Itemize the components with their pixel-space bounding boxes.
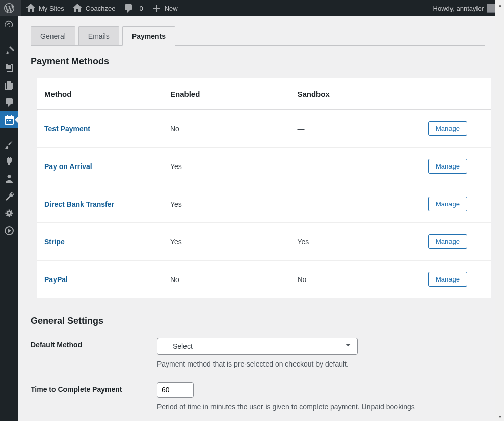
home-icon [72, 3, 83, 13]
menu-collapse[interactable] [0, 222, 18, 239]
enabled-cell: No [164, 110, 291, 148]
table-row: Test PaymentNo—Manage [37, 110, 491, 148]
calendar-icon [4, 115, 14, 125]
general-settings-title: General Settings [31, 316, 485, 326]
menu-users[interactable] [0, 170, 18, 187]
enabled-cell: Yes [164, 185, 291, 223]
user-icon [4, 174, 14, 184]
my-sites[interactable]: My Sites [21, 0, 68, 16]
scroll-down-arrow[interactable]: ▾ [495, 412, 504, 421]
menu-pages[interactable] [0, 76, 18, 94]
menu-tools[interactable] [0, 187, 18, 205]
content-area: GeneralEmailsPayments Payment Methods Me… [18, 16, 504, 421]
manage-button[interactable]: Manage [428, 234, 467, 249]
table-row: PayPalNoNoManage [37, 261, 491, 298]
payment-methods-table: Method Enabled Sandbox Test PaymentNo—Ma… [37, 78, 491, 298]
comment-icon [123, 3, 134, 13]
col-enabled-header: Enabled [164, 78, 291, 110]
home-icon [25, 3, 36, 13]
settings-tabs: GeneralEmailsPayments [31, 26, 485, 46]
col-sandbox-header: Sandbox [291, 78, 418, 110]
manage-button[interactable]: Manage [428, 272, 467, 287]
dashboard-icon [4, 20, 14, 30]
time-complete-input[interactable] [157, 382, 194, 398]
tab-payments[interactable]: Payments [122, 26, 175, 46]
media-icon [4, 63, 14, 73]
menu-comments[interactable] [0, 94, 18, 111]
default-method-select[interactable]: — Select — [157, 338, 358, 355]
tab-emails[interactable]: Emails [78, 26, 119, 45]
payment-method-link[interactable]: Direct Bank Transfer [44, 200, 114, 208]
plus-icon [151, 3, 162, 13]
time-complete-desc: Period of time in minutes the user is gi… [157, 403, 485, 411]
pin-icon [4, 45, 14, 55]
manage-button[interactable]: Manage [428, 159, 467, 174]
payment-method-link[interactable]: Pay on Arrival [44, 162, 92, 171]
sandbox-cell: Yes [291, 223, 418, 261]
plugin-icon [4, 156, 14, 166]
enabled-cell: Yes [164, 223, 291, 261]
menu-media[interactable] [0, 59, 18, 76]
sandbox-cell: — [291, 185, 418, 223]
my-sites-label: My Sites [39, 5, 64, 12]
new-content[interactable]: New [147, 0, 182, 16]
default-method-desc: Payment method that is pre-selected on c… [157, 360, 485, 368]
default-method-label: Default Method [31, 338, 157, 349]
comment-count: 0 [139, 5, 143, 12]
payment-methods-title: Payment Methods [31, 56, 485, 67]
menu-settings[interactable] [0, 205, 18, 222]
play-circle-icon [4, 226, 14, 236]
table-row: Direct Bank TransferYes—Manage [37, 185, 491, 223]
menu-appearance[interactable] [0, 135, 18, 153]
howdy-text: Howdy, anntaylor [433, 5, 484, 12]
table-row: Pay on ArrivalYes—Manage [37, 148, 491, 185]
sandbox-cell: — [291, 148, 418, 185]
site-name-label: Coachzee [86, 5, 116, 12]
payment-method-link[interactable]: Stripe [44, 238, 65, 246]
menu-dashboard[interactable] [0, 16, 18, 34]
wordpress-icon [4, 3, 14, 13]
pages-icon [4, 80, 14, 90]
my-account[interactable]: Howdy, anntaylor [429, 0, 500, 16]
comment-icon [4, 97, 14, 107]
admin-sidebar [0, 16, 18, 421]
payment-method-link[interactable]: PayPal [44, 275, 68, 284]
menu-bookings[interactable] [0, 111, 18, 128]
col-method-header: Method [37, 78, 164, 110]
manage-button[interactable]: Manage [428, 121, 467, 136]
payment-method-link[interactable]: Test Payment [44, 125, 90, 133]
manage-button[interactable]: Manage [428, 197, 467, 211]
sandbox-cell: — [291, 110, 418, 148]
vertical-scrollbar[interactable]: ▴ ▾ [495, 16, 504, 421]
sandbox-cell: No [291, 261, 418, 298]
brush-icon [4, 139, 14, 149]
menu-plugins[interactable] [0, 153, 18, 170]
comments[interactable]: 0 [119, 0, 147, 16]
site-name[interactable]: Coachzee [68, 0, 120, 16]
enabled-cell: Yes [164, 148, 291, 185]
settings-icon [4, 208, 14, 218]
wp-logo[interactable] [0, 0, 21, 16]
time-complete-label: Time to Complete Payment [31, 382, 157, 394]
table-row: StripeYesYesManage [37, 223, 491, 261]
wrench-icon [4, 191, 14, 201]
menu-posts[interactable] [0, 42, 18, 59]
tab-general[interactable]: General [31, 26, 75, 45]
enabled-cell: No [164, 261, 291, 298]
admin-bar: My Sites Coachzee 0 New Howdy, anntaylor [0, 0, 504, 16]
new-label: New [165, 5, 178, 12]
